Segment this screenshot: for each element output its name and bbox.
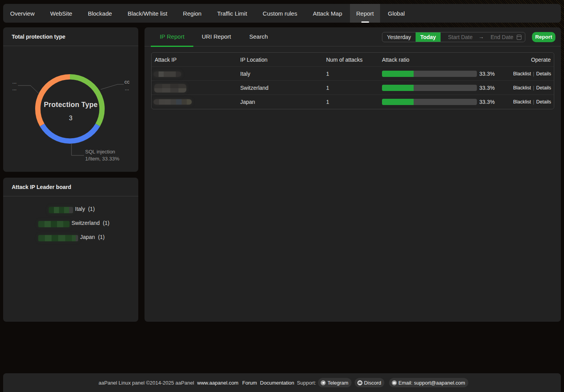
svg-text:cc: cc: [125, 79, 130, 85]
svg-text:...: ...: [12, 79, 17, 85]
svg-text:SQL injection: SQL injection: [85, 149, 115, 155]
svg-text:1/Item, 33.33%: 1/Item, 33.33%: [85, 156, 120, 162]
svg-text:...: ...: [125, 86, 129, 91]
svg-text:...: ...: [12, 86, 17, 91]
